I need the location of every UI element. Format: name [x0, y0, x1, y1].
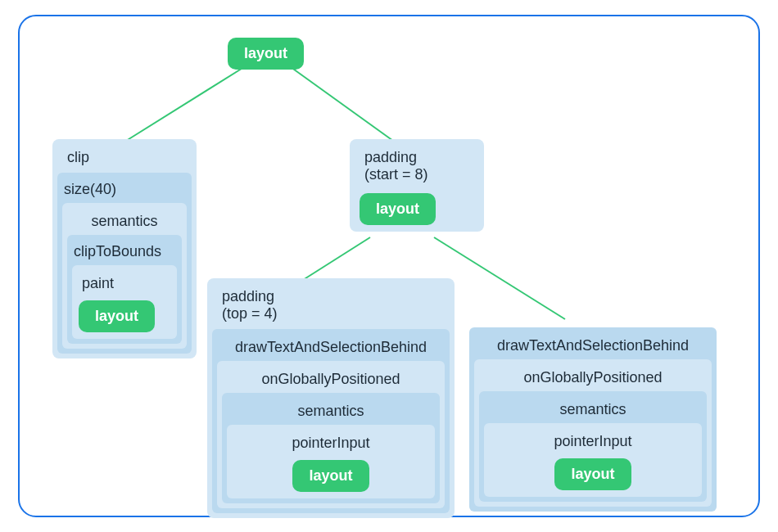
padding-top-title-1: padding: [212, 283, 450, 305]
drawtext-layer: drawTextAndSelectionBehind onGloballyPos…: [212, 329, 450, 513]
root-node: layout: [228, 38, 304, 70]
padding-start-title-1: padding: [355, 144, 479, 166]
drawtext-node-right: drawTextAndSelectionBehind onGloballyPos…: [469, 327, 717, 512]
ongloballypositioned-layer-r: onGloballyPositioned semantics pointerIn…: [474, 359, 712, 507]
pointerinput-layer: pointerInput layout: [227, 425, 435, 498]
ongloballypositioned-label-r: onGloballyPositioned: [479, 364, 707, 391]
pointerinput-label: pointerInput: [232, 430, 430, 457]
padding-top-node: padding (top = 4) drawTextAndSelectionBe…: [207, 278, 455, 518]
layout-label: layout: [292, 460, 369, 492]
ongloballypositioned-layer: onGloballyPositioned semantics pointerIn…: [217, 361, 445, 508]
drawtext-label-r: drawTextAndSelectionBehind: [474, 332, 712, 359]
pointerinput-label-r: pointerInput: [489, 428, 697, 455]
pointerinput-layer-r: pointerInput layout: [484, 423, 702, 497]
clip-node: clip size(40) semantics clipToBounds pai…: [52, 139, 197, 358]
drawtext-label: drawTextAndSelectionBehind: [217, 334, 445, 361]
padding-top-title-2: (top = 4): [212, 305, 450, 329]
cliptobounds-label: clipToBounds: [72, 240, 177, 265]
paint-label: paint: [77, 270, 172, 297]
ongloballypositioned-label: onGloballyPositioned: [222, 366, 440, 393]
semantics-layer-2: semantics pointerInput layout: [222, 393, 440, 503]
padding-start-title-2: (start = 8): [355, 166, 479, 190]
clip-title: clip: [57, 144, 192, 173]
semantics-layer-r: semantics pointerInput layout: [479, 391, 707, 502]
layout-label: layout: [79, 300, 155, 332]
semantics-label-r: semantics: [484, 396, 702, 423]
semantics-label: semantics: [67, 208, 182, 235]
semantics-layer: semantics clipToBounds paint layout: [62, 203, 187, 349]
semantics-label-2: semantics: [227, 398, 435, 425]
layout-label: layout: [360, 193, 436, 225]
layout-label: layout: [554, 458, 631, 490]
size-label: size(40): [62, 178, 187, 203]
paint-layer: paint layout: [72, 265, 177, 339]
size-layer: size(40) semantics clipToBounds paint la…: [57, 173, 192, 354]
layout-label: layout: [228, 38, 304, 70]
cliptobounds-layer: clipToBounds paint layout: [67, 235, 182, 344]
padding-start-node: padding (start = 8) layout: [350, 139, 484, 232]
